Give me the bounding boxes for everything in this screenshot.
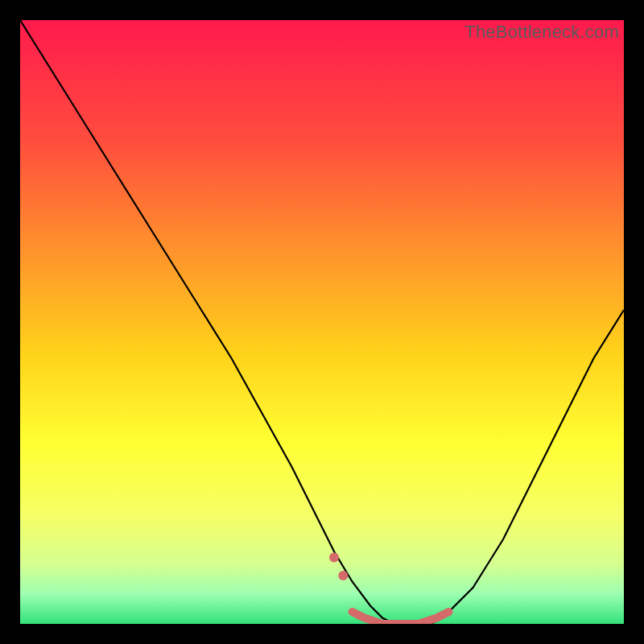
chart-frame: TheBottleneck.com — [20, 20, 624, 624]
plot-area — [20, 20, 624, 624]
bottleneck-curve — [20, 20, 624, 624]
watermark-label: TheBottleneck.com — [464, 22, 619, 43]
svg-point-2 — [338, 571, 348, 580]
svg-point-1 — [329, 553, 339, 563]
